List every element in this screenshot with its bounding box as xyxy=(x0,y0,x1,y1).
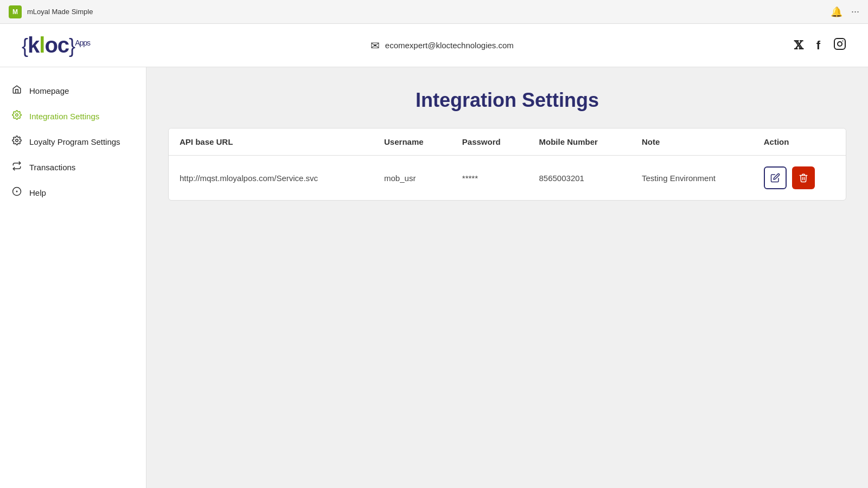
header: {kloc}Apps ✉ ecomexpert@kloctechnologies… xyxy=(0,24,868,67)
col-note: Note xyxy=(631,129,753,156)
sidebar-label-transactions: Transactions xyxy=(29,163,75,172)
more-icon[interactable]: ··· xyxy=(851,6,859,17)
sidebar-item-transactions[interactable]: Transactions xyxy=(0,155,146,180)
sidebar-label-help: Help xyxy=(29,188,46,197)
cell-action xyxy=(753,156,846,201)
svg-point-3 xyxy=(16,114,18,117)
transactions-icon xyxy=(11,161,23,174)
col-password: Password xyxy=(451,129,528,156)
settings-icon-integration xyxy=(11,110,23,123)
edit-button[interactable] xyxy=(764,166,787,189)
integration-settings-table: API base URL Username Password Mobile Nu… xyxy=(169,129,846,200)
email-address: ecomexpert@kloctechnologies.com xyxy=(385,41,514,50)
home-icon xyxy=(11,85,23,97)
delete-button[interactable] xyxy=(792,166,815,189)
svg-point-1 xyxy=(838,42,842,46)
cell-mobile-number: 8565003201 xyxy=(528,156,631,201)
social-links: 𝕏 f xyxy=(794,37,846,54)
top-bar-left: M mLoyal Made Simple xyxy=(9,5,93,18)
svg-rect-0 xyxy=(834,38,845,49)
col-action: Action xyxy=(753,129,846,156)
logo: {kloc}Apps xyxy=(22,33,90,57)
twitter-icon[interactable]: 𝕏 xyxy=(794,38,803,53)
sidebar-item-homepage[interactable]: Homepage xyxy=(0,78,146,104)
top-bar-title: mLoyal Made Simple xyxy=(27,8,93,16)
page-title: Integration Settings xyxy=(168,89,846,112)
sidebar: Homepage Integration Settings Loyalty Pr… xyxy=(0,67,146,488)
sidebar-label-integration-settings: Integration Settings xyxy=(29,112,99,121)
app-icon: M xyxy=(9,5,22,18)
svg-point-4 xyxy=(16,139,18,142)
settings-icon-loyalty xyxy=(11,136,23,148)
instagram-icon[interactable] xyxy=(833,37,846,54)
col-api-base-url: API base URL xyxy=(169,129,373,156)
sidebar-label-loyalty-program-settings: Loyalty Program Settings xyxy=(29,137,120,146)
table-header: API base URL Username Password Mobile Nu… xyxy=(169,129,846,156)
table-body: http://mqst.mloyalpos.com/Service.svc mo… xyxy=(169,156,846,201)
table-row: http://mqst.mloyalpos.com/Service.svc mo… xyxy=(169,156,846,201)
sidebar-item-integration-settings[interactable]: Integration Settings xyxy=(0,104,146,129)
cell-api-base-url: http://mqst.mloyalpos.com/Service.svc xyxy=(169,156,373,201)
sidebar-item-loyalty-program-settings[interactable]: Loyalty Program Settings xyxy=(0,129,146,155)
svg-point-6 xyxy=(16,191,18,192)
facebook-icon[interactable]: f xyxy=(816,38,820,53)
layout: Homepage Integration Settings Loyalty Pr… xyxy=(0,67,868,488)
header-email: ✉ ecomexpert@kloctechnologies.com xyxy=(371,39,514,52)
col-username: Username xyxy=(373,129,451,156)
main-content: Integration Settings API base URL Userna… xyxy=(146,67,868,488)
top-bar: M mLoyal Made Simple 🔔 ··· xyxy=(0,0,868,24)
email-icon: ✉ xyxy=(371,39,380,52)
sidebar-label-homepage: Homepage xyxy=(29,86,69,95)
cell-password: ***** xyxy=(451,156,528,201)
svg-point-2 xyxy=(843,40,844,41)
bell-icon[interactable]: 🔔 xyxy=(831,6,843,18)
sidebar-item-help[interactable]: Help xyxy=(0,180,146,206)
help-icon xyxy=(11,187,23,199)
integration-settings-table-container: API base URL Username Password Mobile Nu… xyxy=(168,128,846,201)
top-bar-right: 🔔 ··· xyxy=(831,6,859,18)
cell-username: mob_usr xyxy=(373,156,451,201)
col-mobile-number: Mobile Number xyxy=(528,129,631,156)
action-buttons xyxy=(764,166,835,189)
cell-note: Testing Environment xyxy=(631,156,753,201)
